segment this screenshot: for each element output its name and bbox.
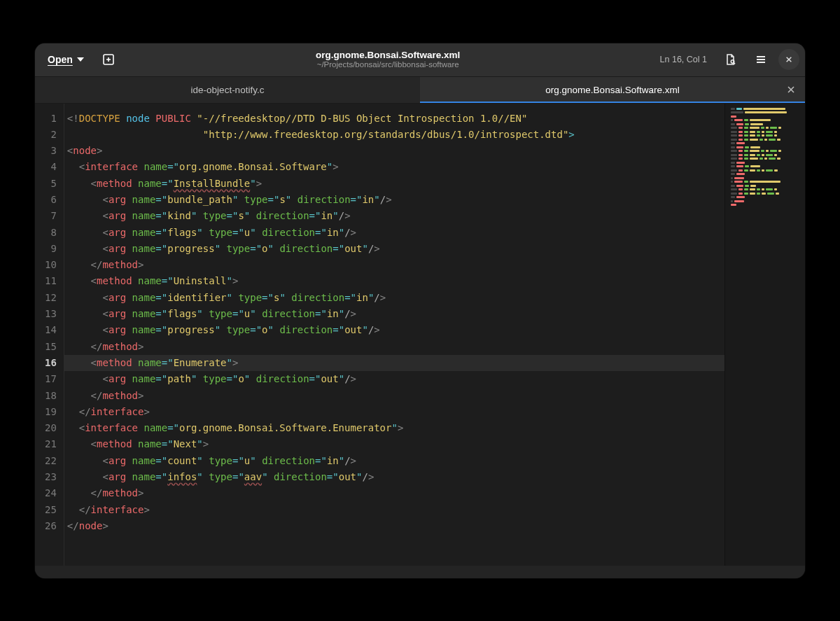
chevron-down-icon [77, 57, 84, 62]
line-number: 24 [45, 485, 57, 501]
code-line[interactable]: </method> [64, 339, 724, 355]
line-number: 20 [45, 420, 57, 436]
code-line[interactable]: <arg name="count" type="u" direction="in… [64, 453, 724, 469]
minimap[interactable] [724, 104, 805, 566]
window-close-button[interactable] [778, 49, 799, 70]
close-icon [785, 55, 792, 64]
line-number: 5 [45, 176, 57, 192]
minimap-line [731, 134, 799, 137]
line-number: 19 [45, 404, 57, 420]
line-number: 12 [45, 290, 57, 306]
minimap-line [731, 119, 799, 121]
code-line[interactable]: </method> [64, 388, 724, 404]
code-line[interactable]: <arg name="progress" type="o" direction=… [64, 241, 724, 257]
new-tab-button[interactable] [95, 48, 122, 71]
code-line[interactable]: <arg name="identifier" type="s" directio… [64, 290, 724, 306]
tab-close-button[interactable] [784, 83, 798, 97]
hamburger-menu-button[interactable] [748, 48, 774, 71]
code-line[interactable]: <arg name="kind" type="s" direction="in"… [64, 208, 724, 224]
line-number: 7 [45, 208, 57, 224]
line-number: 17 [45, 371, 57, 387]
line-number: 26 [45, 518, 57, 534]
headerbar: Open org.gnome.Bonsai.Software.xml ~/Pro… [35, 43, 805, 77]
line-number: 16 [45, 355, 57, 371]
code-line[interactable]: <arg name="path" type="o" direction="out… [64, 371, 724, 387]
line-number: 3 [45, 143, 57, 159]
hamburger-icon [755, 53, 767, 66]
code-line[interactable]: </interface> [64, 404, 724, 420]
line-number: 1 [45, 111, 57, 127]
editor-area: 1234567891011121314151617181920212223242… [35, 104, 805, 566]
minimap-line [731, 177, 799, 179]
text-editor[interactable]: 1234567891011121314151617181920212223242… [35, 104, 724, 566]
tab-1[interactable]: org.gnome.Bonsai.Software.xml [420, 77, 805, 103]
minimap-line [731, 162, 799, 164]
code-line[interactable]: </node> [64, 518, 724, 534]
code-view[interactable]: <!DOCTYPE node PUBLIC "-//freedesktop//D… [64, 104, 724, 566]
plus-box-icon [102, 53, 115, 66]
line-number: 4 [45, 159, 57, 175]
minimap-line [731, 188, 799, 190]
document-icon [724, 53, 736, 66]
minimap-line [731, 131, 799, 133]
code-line[interactable]: <method name="Uninstall"> [64, 273, 724, 289]
code-line[interactable]: <!DOCTYPE node PUBLIC "-//freedesktop//D… [64, 111, 724, 127]
minimap-line [731, 204, 799, 206]
line-number: 9 [45, 241, 57, 257]
code-line[interactable]: <arg name="infos" type="aav" direction="… [64, 469, 724, 485]
line-number: 21 [45, 436, 57, 452]
code-line[interactable]: <interface name="org.gnome.Bonsai.Softwa… [64, 420, 724, 436]
svg-point-3 [731, 60, 734, 63]
document-properties-button[interactable] [717, 48, 743, 71]
code-line[interactable]: </method> [64, 257, 724, 273]
minimap-line [731, 196, 799, 198]
window-title: org.gnome.Bonsai.Software.xml [125, 50, 652, 61]
minimap-line [731, 139, 799, 141]
line-number: 8 [45, 225, 57, 241]
code-line[interactable]: <arg name="flags" type="u" direction="in… [64, 225, 724, 241]
line-number: 25 [45, 502, 57, 518]
code-line[interactable]: <arg name="progress" type="o" direction=… [64, 322, 724, 338]
minimap-line [731, 181, 799, 183]
tab-label: org.gnome.Bonsai.Software.xml [545, 85, 679, 95]
code-line[interactable]: </interface> [64, 502, 724, 518]
minimap-line [731, 127, 799, 129]
tabbar: ide-object-notify.corg.gnome.Bonsai.Soft… [35, 77, 805, 104]
minimap-line [731, 116, 799, 118]
code-line[interactable]: <method name="Enumerate"> [64, 355, 724, 371]
editor-window: Open org.gnome.Bonsai.Software.xml ~/Pro… [35, 43, 805, 578]
tab-0[interactable]: ide-object-notify.c [35, 77, 420, 103]
line-number: 10 [45, 257, 57, 273]
window-footer [35, 566, 805, 578]
open-button-label: Open [48, 54, 73, 65]
minimap-line [731, 200, 799, 202]
line-number: 13 [45, 306, 57, 322]
minimap-line [731, 123, 799, 125]
line-number: 18 [45, 388, 57, 404]
code-line[interactable]: <arg name="flags" type="u" direction="in… [64, 306, 724, 322]
minimap-line [731, 158, 799, 160]
minimap-line [731, 150, 799, 152]
code-line[interactable]: "http://www.freedesktop.org/standards/db… [64, 127, 724, 143]
line-number: 23 [45, 469, 57, 485]
code-line[interactable]: <method name="InstallBundle"> [64, 176, 724, 192]
cursor-position: Ln 16, Col 1 [654, 55, 713, 64]
minimap-line [731, 108, 799, 110]
line-number: 6 [45, 192, 57, 208]
minimap-line [731, 185, 799, 187]
close-icon [788, 86, 794, 93]
code-line[interactable]: <arg name="bundle_path" type="s" directi… [64, 192, 724, 208]
code-line[interactable]: <interface name="org.gnome.Bonsai.Softwa… [64, 159, 724, 175]
window-subtitle: ~/Projects/bonsai/src/libbonsai-software [125, 60, 652, 69]
minimap-line [731, 169, 799, 172]
minimap-line [731, 146, 799, 148]
line-number: 2 [45, 127, 57, 143]
minimap-line [731, 193, 799, 195]
line-number: 11 [45, 273, 57, 289]
line-number: 15 [45, 339, 57, 355]
code-line[interactable]: </method> [64, 485, 724, 501]
line-number-gutter: 1234567891011121314151617181920212223242… [35, 104, 64, 566]
open-button[interactable]: Open [41, 48, 91, 71]
code-line[interactable]: <node> [64, 143, 724, 159]
code-line[interactable]: <method name="Next"> [64, 436, 724, 452]
